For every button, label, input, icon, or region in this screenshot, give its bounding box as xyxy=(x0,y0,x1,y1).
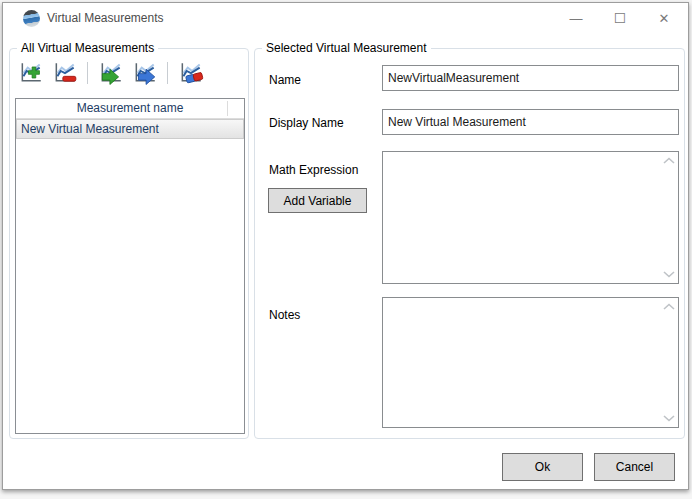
chart-remove-icon xyxy=(51,59,79,88)
name-label: Name xyxy=(269,73,301,87)
toolbar-separator xyxy=(167,62,168,84)
add-variable-button[interactable]: Add Variable xyxy=(268,188,367,213)
window-controls: — ☐ ✕ xyxy=(554,3,686,33)
scroll-down-icon[interactable] xyxy=(663,270,675,278)
remove-measurement-button[interactable] xyxy=(49,59,80,88)
minimize-button[interactable]: — xyxy=(554,3,598,33)
chart-add-icon xyxy=(17,59,45,88)
title-bar[interactable]: Virtual Measurements — ☐ ✕ xyxy=(3,3,688,33)
notes-field xyxy=(382,297,679,428)
scroll-up-icon[interactable] xyxy=(663,303,675,311)
measurements-list[interactable]: Measurement name New Virtual Measurement xyxy=(15,98,245,434)
chart-export-icon xyxy=(131,59,159,88)
selected-virtual-measurement-title: Selected Virtual Measurement xyxy=(262,41,431,55)
measurement-name-column-header[interactable]: Measurement name xyxy=(16,99,244,119)
cancel-button[interactable]: Cancel xyxy=(594,453,675,481)
math-expression-input[interactable] xyxy=(383,152,678,283)
scroll-up-icon[interactable] xyxy=(663,157,675,165)
app-logo-icon xyxy=(23,10,40,27)
chart-import-icon xyxy=(97,59,125,88)
window-title: Virtual Measurements xyxy=(47,3,164,33)
import-measurement-button[interactable] xyxy=(95,59,126,88)
erase-measurements-button[interactable] xyxy=(175,59,206,88)
virtual-measurements-dialog: Virtual Measurements — ☐ ✕ All Virtual M… xyxy=(2,2,689,490)
display-name-input[interactable] xyxy=(382,109,679,135)
math-expression-label: Math Expression xyxy=(269,163,358,177)
all-virtual-measurements-title: All Virtual Measurements xyxy=(17,41,158,55)
math-expression-field xyxy=(382,151,679,284)
name-input[interactable] xyxy=(382,65,679,91)
notes-label: Notes xyxy=(269,308,300,322)
toolbar-separator xyxy=(87,62,88,84)
list-item-new-virtual-measurement[interactable]: New Virtual Measurement xyxy=(16,119,244,139)
chart-erase-icon xyxy=(177,59,205,88)
notes-input[interactable] xyxy=(383,298,678,427)
add-measurement-button[interactable] xyxy=(15,59,46,88)
display-name-label: Display Name xyxy=(269,116,344,130)
measurements-toolbar xyxy=(15,58,206,88)
maximize-button[interactable]: ☐ xyxy=(598,3,642,33)
export-measurement-button[interactable] xyxy=(129,59,160,88)
close-button[interactable]: ✕ xyxy=(642,3,686,33)
scroll-down-icon[interactable] xyxy=(663,414,675,422)
ok-button[interactable]: Ok xyxy=(502,453,583,481)
